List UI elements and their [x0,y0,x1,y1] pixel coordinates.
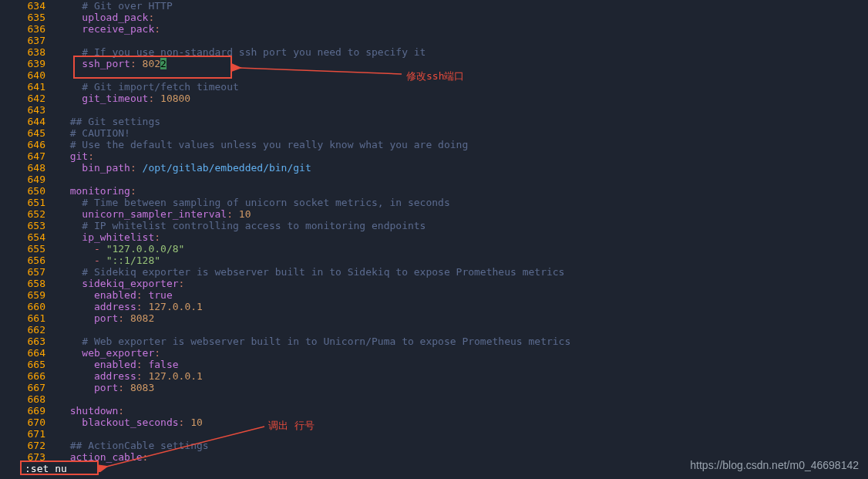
code-line[interactable]: 636 receive_pack: [0,23,868,35]
code-content[interactable]: blackout_seconds: 10 [58,417,868,428]
code-line[interactable]: 647 git: [0,150,868,162]
code-content[interactable]: # CAUTION! [58,127,868,139]
code-content[interactable] [58,104,868,116]
line-number: 635 [0,12,58,23]
watermark: https://blog.csdn.net/m0_46698142 [690,460,859,471]
line-number: 640 [0,69,58,81]
code-line[interactable]: 665 enabled: false [0,359,868,370]
code-content[interactable] [58,174,868,185]
code-content[interactable]: sidekiq_exporter: [58,278,868,289]
code-editor[interactable]: 634 # Git over HTTP635 upload_pack:636 r… [0,0,868,463]
code-content[interactable]: - "127.0.0.0/8" [58,243,868,255]
code-line[interactable]: 656 - "::1/128" [0,255,868,266]
code-content[interactable]: # Git over HTTP [58,0,868,12]
code-line[interactable]: 650 monitoring: [0,185,868,197]
line-number: 667 [0,382,58,393]
line-number: 645 [0,127,58,139]
code-content[interactable] [58,393,868,405]
code-content[interactable]: enabled: false [58,359,868,370]
line-number: 657 [0,266,58,278]
annotation-ssh-label: 修改ssh端口 [406,70,464,82]
code-line[interactable]: 663 # Web exporter is webserver built in… [0,336,868,347]
line-number: 668 [0,393,58,405]
code-content[interactable]: git_timeout: 10800 [58,93,868,104]
code-content[interactable]: shutdown: [58,405,868,417]
line-number: 661 [0,312,58,324]
code-line[interactable]: 652 unicorn_sampler_interval: 10 [0,208,868,220]
line-number: 642 [0,93,58,104]
code-content[interactable] [58,35,868,46]
code-line[interactable]: 661 port: 8082 [0,312,868,324]
code-line[interactable]: 655 - "127.0.0.0/8" [0,243,868,255]
code-content[interactable] [58,428,868,440]
code-content[interactable]: port: 8083 [58,382,868,393]
line-number: 644 [0,116,58,127]
line-number: 672 [0,440,58,451]
line-number: 660 [0,301,58,312]
code-line[interactable]: 671 [0,428,868,440]
line-number: 653 [0,220,58,231]
code-content[interactable]: web_exporter: [58,347,868,359]
line-number: 666 [0,370,58,382]
code-content[interactable]: # IP whitelist controlling access to mon… [58,220,868,231]
code-content[interactable]: bin_path: /opt/gitlab/embedded/bin/git [58,162,868,174]
line-number: 641 [0,81,58,93]
code-line[interactable]: 644 ## Git settings [0,116,868,127]
code-content[interactable]: ## Git settings [58,116,868,127]
code-content[interactable]: # Git import/fetch timeout [58,81,868,93]
code-line[interactable]: 639 ssh_port: 8022 [0,58,868,69]
code-content[interactable]: ## ActionCable settings [58,440,868,451]
code-content[interactable]: # Use the default values unless you real… [58,139,868,150]
code-content[interactable]: receive_pack: [58,23,868,35]
line-number: 673 [0,451,58,463]
line-number: 671 [0,428,58,440]
code-line[interactable]: 654 ip_whitelist: [0,231,868,243]
code-line[interactable]: 662 [0,324,868,336]
code-line[interactable]: 666 address: 127.0.0.1 [0,370,868,382]
code-content[interactable]: monitoring: [58,185,868,197]
code-line[interactable]: 669 shutdown: [0,405,868,417]
code-content[interactable]: - "::1/128" [58,255,868,266]
code-line[interactable]: 642 git_timeout: 10800 [0,93,868,104]
code-line[interactable]: 672 ## ActionCable settings [0,440,868,451]
vim-command-line[interactable]: :set nu [25,463,67,474]
code-line[interactable]: 637 [0,35,868,46]
code-line[interactable]: 658 sidekiq_exporter: [0,278,868,289]
line-number: 643 [0,104,58,116]
line-number: 637 [0,35,58,46]
code-line[interactable]: 651 # Time between sampling of unicorn s… [0,197,868,208]
code-line[interactable]: 645 # CAUTION! [0,127,868,139]
code-content[interactable]: unicorn_sampler_interval: 10 [58,208,868,220]
code-line[interactable]: 664 web_exporter: [0,347,868,359]
code-content[interactable]: # Web exporter is webserver built in to … [58,336,868,347]
code-line[interactable]: 653 # IP whitelist controlling access to… [0,220,868,231]
code-line[interactable]: 638 # If you use non-standard ssh port y… [0,46,868,58]
code-content[interactable]: ip_whitelist: [58,231,868,243]
code-content[interactable]: port: 8082 [58,312,868,324]
code-line[interactable]: 635 upload_pack: [0,12,868,23]
code-content[interactable]: git: [58,150,868,162]
code-content[interactable]: address: 127.0.0.1 [58,370,868,382]
line-number: 650 [0,185,58,197]
code-line[interactable]: 643 [0,104,868,116]
code-line[interactable]: 657 # Sidekiq exporter is webserver buil… [0,266,868,278]
code-line[interactable]: 646 # Use the default values unless you … [0,139,868,150]
code-line[interactable]: 659 enabled: true [0,289,868,301]
code-content[interactable]: upload_pack: [58,12,868,23]
code-line[interactable]: 649 [0,174,868,185]
code-content[interactable]: # Time between sampling of unicorn socke… [58,197,868,208]
code-content[interactable]: # Sidekiq exporter is webserver built in… [58,266,868,278]
code-content[interactable]: ssh_port: 8022 [58,58,868,69]
code-content[interactable]: # If you use non-standard ssh port you n… [58,46,868,58]
line-number: 670 [0,417,58,428]
code-line[interactable]: 641 # Git import/fetch timeout [0,81,868,93]
code-line[interactable]: 668 [0,393,868,405]
code-line[interactable]: 660 address: 127.0.0.1 [0,301,868,312]
code-content[interactable]: address: 127.0.0.1 [58,301,868,312]
code-content[interactable] [58,324,868,336]
code-line[interactable]: 648 bin_path: /opt/gitlab/embedded/bin/g… [0,162,868,174]
code-line[interactable]: 667 port: 8083 [0,382,868,393]
code-content[interactable]: enabled: true [58,289,868,301]
code-line[interactable]: 634 # Git over HTTP [0,0,868,12]
code-line[interactable]: 670 blackout_seconds: 10 [0,417,868,428]
